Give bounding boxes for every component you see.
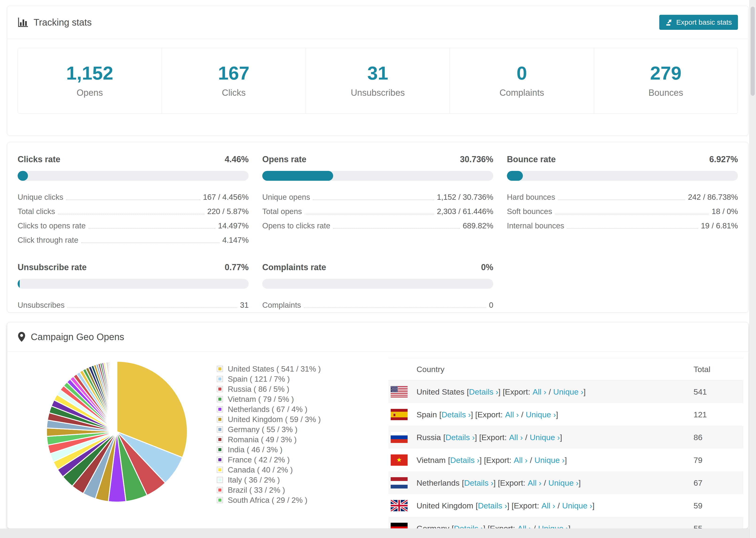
rates-card: Clicks rate 4.46% Unique clicks167 / 4.4… [7,142,748,313]
rate-line: Click through rate4.147% [18,233,249,247]
export-unique-link[interactable]: Unique › [526,410,556,419]
export-all-link[interactable]: All › [528,478,542,487]
window-scrollbar[interactable] [749,0,756,538]
details-link[interactable]: Details › [450,456,480,464]
dotted-leader [567,228,698,229]
stat-label: Bounces [648,88,683,98]
legend-item[interactable]: Spain ( 121 / 7% ) [217,374,321,384]
rate-percent: 30.736% [460,154,493,164]
geo-header: Campaign Geo Opens [7,322,748,351]
legend-item[interactable]: Russia ( 86 / 5% ) [217,384,321,394]
tracking-stats-card: Tracking stats Export basic stats 1,152 … [7,6,748,136]
rate-line: Complaints0 [262,298,493,312]
legend-item[interactable]: United Kingdom ( 59 / 3% ) [217,414,321,424]
export-all-link[interactable]: All › [541,501,555,510]
rate-line: Total opens2,303 / 61.446% [262,204,493,219]
progress-track [262,171,493,181]
export-unique-link[interactable]: Unique › [553,387,583,396]
legend-item[interactable]: Canada ( 40 / 2% ) [217,465,321,475]
country-cell: Germany[Details ›] [Export:All ›/Unique … [416,524,570,529]
export-all-link[interactable]: All › [514,456,527,464]
export-unique-link[interactable]: Unique › [538,524,568,529]
export-unique-link[interactable]: Unique › [549,478,579,487]
country-cell: United States[Details ›] [Export:All ›/U… [416,387,585,396]
rate-title: Clicks rate [18,154,60,164]
legend-item[interactable]: India ( 46 / 3% ) [217,445,321,455]
legend-swatch-icon [217,416,223,422]
export-unique-link[interactable]: Unique › [530,433,560,442]
dotted-leader [313,199,434,200]
rate-line-value: 4.147% [222,236,249,244]
progress-track [262,279,493,289]
country-name: Netherlands [416,478,459,487]
details-link[interactable]: Details › [469,387,499,396]
rate-line-value: 242 / 86.738% [688,193,738,202]
legend-label: Russia ( 86 / 5% ) [228,385,289,394]
rate-percent: 6.927% [709,154,738,164]
rate-line-value: 31 [240,301,249,310]
export-all-link[interactable]: All › [517,524,531,529]
bracket: [ [452,524,454,529]
legend-item[interactable]: Italy ( 36 / 2% ) [217,475,321,485]
rate-line-label: Total clicks [18,207,55,216]
legend-swatch-icon [217,366,223,372]
legend-swatch-icon [217,477,223,483]
geo-table: Country Total United States[Details ›] [… [388,358,743,529]
rate-line-label: Internal bounces [507,221,564,230]
page-background-strip [0,529,756,538]
legend-item[interactable]: Netherlands ( 67 / 4% ) [217,404,321,414]
table-row: Germany[Details ›] [Export:All ›/Unique … [388,517,743,529]
stat-value: 167 [218,64,249,82]
rate-line-label: Complaints [262,301,301,310]
legend-label: Romania ( 49 / 3% ) [228,435,297,444]
legend-swatch-icon [217,436,223,443]
rate-line: Total clicks220 / 5.87% [18,204,249,219]
details-link[interactable]: Details › [441,410,471,419]
scrollbar-thumb[interactable] [751,7,755,96]
export-all-link[interactable]: All › [505,410,519,419]
export-unique-link[interactable]: Unique › [562,501,592,510]
legend-item[interactable]: France ( 42 / 2% ) [217,455,321,465]
dotted-leader [88,228,215,229]
slash: / [558,501,560,510]
column-header-total: Total [693,365,711,374]
progress-track [18,279,249,289]
legend-item[interactable]: Romania ( 49 / 3% ) [217,435,321,445]
rate-line-value: 689.82% [463,221,493,230]
stat-label: Opens [77,88,103,98]
stat-value: 1,152 [66,64,113,82]
details-link[interactable]: Details › [454,524,483,529]
rate-line: Soft bounces18 / 0% [507,204,738,219]
export-all-link[interactable]: All › [509,433,523,442]
legend-label: Italy ( 36 / 2% ) [228,476,280,484]
clicks-rate-block: Clicks rate 4.46% Unique clicks167 / 4.4… [18,154,249,247]
tracking-stats-header: Tracking stats Export basic stats [7,6,748,39]
country-total: 55 [693,524,702,529]
legend-item[interactable]: Germany ( 55 / 3% ) [217,424,321,435]
campaign-geo-opens-card: Campaign Geo Opens United States ( 541 /… [7,322,748,529]
details-link[interactable]: Details › [478,501,507,510]
rate-line: Unique clicks167 / 4.456% [18,190,249,204]
rate-line: Hard bounces242 / 86.738% [507,190,738,204]
rate-line-label: Total opens [262,207,302,216]
legend-label: United Kingdom ( 59 / 3% ) [228,415,321,424]
details-link[interactable]: Details › [445,433,475,442]
details-link[interactable]: Details › [464,478,494,487]
slash: / [534,524,536,529]
legend-swatch-icon [217,396,223,402]
progress-track [507,171,738,181]
export-basic-stats-button[interactable]: Export basic stats [659,15,738,30]
legend-label: United States ( 541 / 31% ) [228,364,321,373]
legend-item[interactable]: South Africa ( 29 / 2% ) [217,495,321,505]
export-all-link[interactable]: All › [532,387,546,396]
legend-swatch-icon [217,467,223,473]
legend-item[interactable]: Brazil ( 33 / 2% ) [217,485,321,495]
rate-line-label: Unique opens [262,193,310,202]
legend-item[interactable]: Vietnam ( 79 / 5% ) [217,394,321,404]
legend-item[interactable]: United States ( 541 / 31% ) [217,364,321,374]
country-cell: Vietnam[Details ›] [Export:All ›/Unique … [416,456,567,464]
legend-swatch-icon [217,487,223,493]
country-name: Vietnam [416,456,446,464]
export-unique-link[interactable]: Unique › [534,456,565,464]
dotted-leader [81,242,220,243]
